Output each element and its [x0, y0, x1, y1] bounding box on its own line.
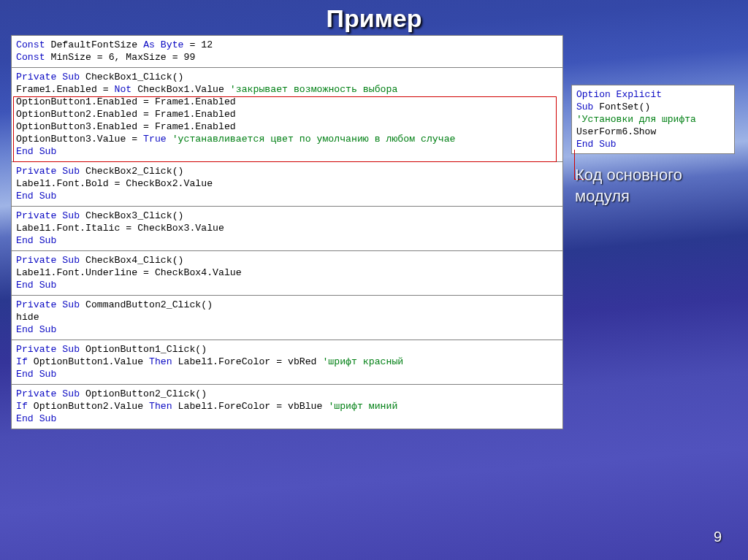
module-caption: Код основного модуля: [575, 165, 732, 207]
code-section-commandbutton2: Private Sub CommandButton2_Click() hide …: [12, 296, 562, 340]
code-block: Private Sub OptionButton2_Click() If Opt…: [16, 388, 558, 425]
code-block: Option Explicit Sub FontSet() 'Установки…: [572, 85, 734, 153]
page-number: 9: [714, 529, 722, 545]
code-section-const: Const DefaultFontSize As Byte = 12 Const…: [12, 36, 562, 68]
code-block: Private Sub CheckBox1_Click() Frame1.Ena…: [16, 71, 558, 158]
code-block: Private Sub CommandButton2_Click() hide …: [16, 299, 558, 336]
code-block: Private Sub CheckBox2_Click() Label1.Fon…: [16, 165, 558, 202]
slide: Пример Const DefaultFontSize As Byte = 1…: [0, 0, 748, 560]
code-section-checkbox2: Private Sub CheckBox2_Click() Label1.Fon…: [12, 162, 562, 207]
code-block: Private Sub OptionButton1_Click() If Opt…: [16, 343, 558, 380]
code-section-checkbox1: Private Sub CheckBox1_Click() Frame1.Ena…: [12, 68, 562, 162]
slide-title: Пример: [0, 4, 748, 33]
code-block: Private Sub CheckBox4_Click() Label1.Fon…: [16, 254, 558, 291]
code-block: Private Sub CheckBox3_Click() Label1.Fon…: [16, 210, 558, 247]
code-section-optionbutton2: Private Sub OptionButton2_Click() If Opt…: [12, 385, 562, 429]
module-code-panel: Option Explicit Sub FontSet() 'Установки…: [571, 85, 735, 154]
code-block: Const DefaultFontSize As Byte = 12 Const…: [16, 39, 558, 64]
code-section-checkbox3: Private Sub CheckBox3_Click() Label1.Fon…: [12, 207, 562, 251]
code-section-checkbox4: Private Sub CheckBox4_Click() Label1.Fon…: [12, 251, 562, 296]
code-section-optionbutton1: Private Sub OptionButton1_Click() If Opt…: [12, 340, 562, 385]
main-code-panel: Const DefaultFontSize As Byte = 12 Const…: [11, 35, 563, 429]
